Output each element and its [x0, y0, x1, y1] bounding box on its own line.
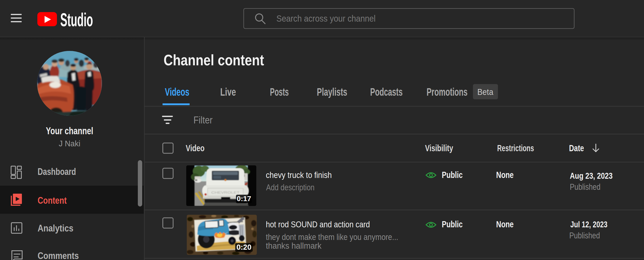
- svg-text:None: None: [496, 219, 514, 229]
- svg-text:Published: Published: [570, 182, 600, 192]
- svg-text:Comments: Comments: [38, 250, 79, 260]
- svg-text:Podcasts: Podcasts: [370, 86, 403, 98]
- svg-text:Promotions: Promotions: [427, 86, 468, 98]
- svg-text:Playlists: Playlists: [317, 86, 347, 98]
- svg-text:Filter: Filter: [193, 115, 213, 125]
- svg-text:Search across your channel: Search across your channel: [276, 13, 376, 23]
- svg-text:Channel content: Channel content: [164, 51, 264, 69]
- svg-text:Published: Published: [569, 231, 600, 240]
- svg-text:0:20: 0:20: [236, 243, 251, 251]
- svg-text:Videos: Videos: [165, 86, 189, 98]
- svg-text:J Naki: J Naki: [59, 139, 80, 148]
- svg-text:Content: Content: [38, 195, 67, 206]
- svg-text:Add description: Add description: [266, 183, 315, 192]
- svg-text:Posts: Posts: [270, 86, 289, 98]
- svg-text:Jul 12, 2023: Jul 12, 2023: [570, 219, 607, 229]
- svg-text:Video: Video: [186, 143, 205, 153]
- svg-text:Public: Public: [442, 170, 463, 180]
- svg-text:Aug 23, 2023: Aug 23, 2023: [570, 171, 613, 181]
- svg-text:hot rod SOUND and action card: hot rod SOUND and action card: [266, 219, 370, 229]
- svg-text:they dont make them like you a: they dont make them like you anymore...: [266, 232, 398, 242]
- svg-text:Analytics: Analytics: [38, 223, 73, 234]
- svg-text:Your channel: Your channel: [46, 125, 93, 136]
- svg-text:0:17: 0:17: [237, 195, 251, 203]
- svg-text:Date: Date: [569, 143, 584, 153]
- svg-text:None: None: [496, 170, 514, 180]
- svg-text:Public: Public: [442, 219, 463, 229]
- svg-text:CHEVROLET: CHEVROLET: [211, 191, 240, 194]
- svg-text:Beta: Beta: [477, 87, 494, 97]
- svg-text:thanks hallmark: thanks hallmark: [266, 241, 321, 250]
- svg-text:Studio: Studio: [60, 9, 93, 30]
- svg-text:Dashboard: Dashboard: [38, 166, 76, 177]
- svg-text:Visibility: Visibility: [425, 143, 453, 153]
- svg-text:chevy truck to finish: chevy truck to finish: [266, 170, 332, 180]
- svg-text:Restrictions: Restrictions: [497, 143, 534, 153]
- svg-text:Live: Live: [220, 86, 236, 98]
